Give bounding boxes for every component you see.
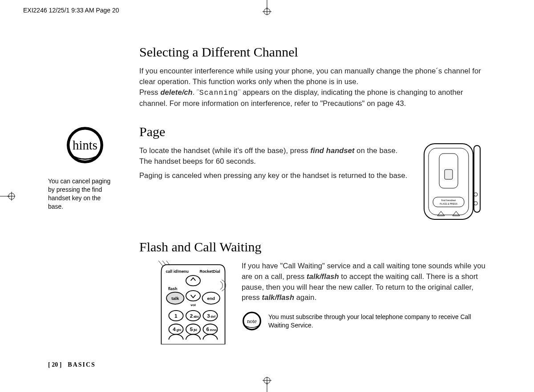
svg-point-30 — [186, 275, 200, 286]
svg-text:3: 3 — [207, 313, 210, 319]
lcd-scanning: Scanning — [199, 89, 238, 97]
note-badge-icon: note — [242, 311, 262, 331]
key-delete-ch: delete/ch — [160, 88, 192, 96]
svg-point-31 — [186, 291, 200, 301]
svg-text:end: end — [207, 295, 215, 300]
svg-text:jkl: jkl — [193, 328, 197, 332]
svg-text:call id/menu: call id/menu — [166, 269, 189, 274]
svg-text:6: 6 — [206, 326, 210, 332]
svg-rect-17 — [445, 170, 453, 179]
hints-badge-label: hints — [73, 138, 97, 152]
svg-text:RocketDial: RocketDial — [199, 269, 220, 274]
svg-text:mno: mno — [210, 328, 217, 332]
hints-body: You can cancel paging by pressing the fi… — [48, 177, 117, 211]
base-unit-illustration: find handset PLACE & PRESS — [420, 140, 486, 224]
handset-illustration: call id/menu RocketDial flash talk end v… — [155, 261, 231, 346]
page-footer: [ 20 ]BASICS — [48, 361, 96, 368]
crop-mark-top — [258, 0, 276, 15]
heading-page: Page — [139, 124, 486, 139]
svg-text:vol: vol — [190, 303, 196, 307]
svg-text:def: def — [210, 315, 215, 319]
svg-text:4: 4 — [173, 326, 176, 332]
key-talk-flash-1: talk/flash — [307, 272, 339, 280]
prepress-header: EXI2246 12/25/1 9:33 AM Page 20 — [23, 7, 119, 14]
body-select-channel: If you encounter interference while usin… — [139, 66, 486, 109]
svg-text:PLACE & PRESS: PLACE & PRESS — [440, 202, 457, 205]
key-talk-flash-2: talk/flash — [262, 293, 295, 301]
heading-select-channel: Selecting a Different Channel — [139, 44, 486, 60]
hints-badge-icon: hints — [65, 125, 105, 166]
crop-mark-left — [0, 187, 15, 205]
svg-rect-13 — [424, 144, 473, 219]
key-find-handset: find handset — [310, 146, 354, 154]
note-body: You must subscribe through your local te… — [268, 313, 486, 330]
svg-point-49 — [186, 324, 200, 334]
svg-text:ghi: ghi — [176, 328, 181, 332]
body-flash: If you have "Call Waiting" service and a… — [242, 261, 486, 303]
body-page: To locate the handset (while it's off th… — [139, 145, 409, 181]
svg-text:abc: abc — [194, 315, 199, 319]
svg-text:5: 5 — [190, 326, 193, 332]
page-number: [ 20 ] — [48, 361, 61, 368]
svg-text:2: 2 — [190, 313, 193, 319]
note-badge-label: note — [247, 318, 257, 324]
heading-flash: Flash and Call Waiting — [139, 239, 486, 255]
crop-mark-bottom — [258, 377, 276, 392]
svg-text:find handset: find handset — [441, 199, 456, 202]
svg-text:1: 1 — [174, 313, 178, 319]
svg-text:talk: talk — [171, 295, 179, 300]
section-label: BASICS — [68, 361, 96, 368]
svg-text:flash: flash — [168, 287, 178, 291]
